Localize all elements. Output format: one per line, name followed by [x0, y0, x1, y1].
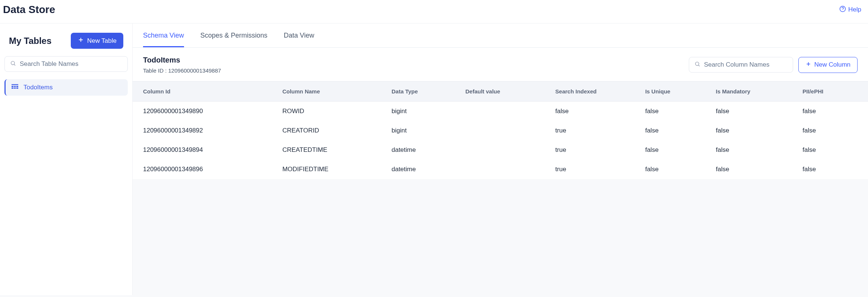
cell-column-name: CREATORID [277, 121, 386, 140]
cell-is-unique: false [640, 102, 711, 121]
column-search-box[interactable] [689, 57, 793, 73]
cell-pii: false [797, 160, 868, 179]
cell-is-mandatory: false [711, 102, 798, 121]
cell-column-id: 12096000001349890 [133, 102, 277, 121]
table-row[interactable]: 12096000001349894 CREATEDTIME datetime t… [133, 140, 868, 160]
th-pii-ephi: PII/ePHI [797, 82, 868, 102]
plus-icon [805, 61, 811, 69]
cell-is-unique: false [640, 160, 711, 179]
toolbar-right: New Column [689, 57, 858, 73]
new-table-label: New Table [87, 37, 117, 45]
cell-column-name: CREATEDTIME [277, 140, 386, 160]
cell-pii: false [797, 102, 868, 121]
table-row[interactable]: 12096000001349890 ROWID bigint false fal… [133, 102, 868, 121]
cell-pii: false [797, 121, 868, 140]
search-icon [10, 60, 16, 68]
table-body: 12096000001349890 ROWID bigint false fal… [133, 102, 868, 179]
help-label: Help [848, 6, 861, 13]
cell-data-type: datetime [386, 160, 460, 179]
tab-scopes-permissions[interactable]: Scopes & Permissions [200, 23, 267, 47]
svg-rect-7 [12, 86, 13, 87]
th-is-mandatory: Is Mandatory [711, 82, 798, 102]
cell-column-name: MODIFIEDTIME [277, 160, 386, 179]
table-id-value: 12096000001349887 [168, 67, 221, 74]
cell-search-indexed: true [550, 160, 640, 179]
cell-pii: false [797, 140, 868, 160]
th-search-indexed: Search Indexed [550, 82, 640, 102]
th-data-type: Data Type [386, 82, 460, 102]
table-header-row: Column Id Column Name Data Type Default … [133, 82, 868, 102]
svg-line-14 [698, 65, 699, 66]
tabs: Schema View Scopes & Permissions Data Vi… [133, 23, 868, 48]
new-column-button[interactable]: New Column [798, 57, 858, 73]
cell-column-id: 12096000001349896 [133, 160, 277, 179]
toolbar: TodoItems Table ID : 12096000001349887 N [133, 48, 868, 82]
search-icon [694, 61, 700, 68]
page-header: Data Store Help [0, 0, 868, 23]
svg-rect-12 [16, 87, 18, 89]
svg-point-13 [695, 62, 698, 66]
cell-default-value [460, 140, 550, 160]
cell-default-value [460, 160, 550, 179]
cell-default-value [460, 102, 550, 121]
th-default-value: Default value [460, 82, 550, 102]
sidebar-item-label: TodoItems [23, 84, 53, 91]
svg-rect-11 [14, 87, 16, 89]
page-title: Data Store [3, 4, 55, 16]
table-search-input[interactable] [20, 60, 122, 68]
table-id-prefix: Table ID : [143, 67, 168, 74]
cell-search-indexed: false [550, 102, 640, 121]
cell-column-name: ROWID [277, 102, 386, 121]
th-column-name: Column Name [277, 82, 386, 102]
svg-rect-10 [12, 87, 13, 89]
table-search-box[interactable] [4, 56, 128, 72]
cell-search-indexed: true [550, 121, 640, 140]
svg-point-4 [11, 61, 15, 65]
layout: My Tables New Table TodoItems Schema Vie… [0, 23, 868, 295]
table-id: Table ID : 12096000001349887 [143, 67, 221, 74]
cell-column-id: 12096000001349892 [133, 121, 277, 140]
column-search-input[interactable] [704, 61, 788, 68]
new-column-label: New Column [814, 61, 850, 68]
cell-data-type: datetime [386, 140, 460, 160]
cell-is-mandatory: false [711, 160, 798, 179]
help-icon [839, 6, 846, 14]
columns-table: Column Id Column Name Data Type Default … [133, 82, 868, 179]
svg-rect-6 [12, 84, 18, 85]
cell-column-id: 12096000001349894 [133, 140, 277, 160]
plus-icon [77, 36, 84, 45]
svg-line-5 [14, 64, 15, 66]
table-name: TodoItems [143, 56, 221, 64]
toolbar-left: TodoItems Table ID : 12096000001349887 [143, 56, 221, 74]
cell-is-unique: false [640, 140, 711, 160]
help-link[interactable]: Help [839, 6, 861, 14]
table-icon [12, 84, 18, 91]
th-is-unique: Is Unique [640, 82, 711, 102]
th-column-id: Column Id [133, 82, 277, 102]
cell-search-indexed: true [550, 140, 640, 160]
sidebar: My Tables New Table TodoItems [0, 23, 133, 295]
main-panel: Schema View Scopes & Permissions Data Vi… [133, 23, 868, 295]
cell-data-type: bigint [386, 102, 460, 121]
svg-rect-9 [16, 86, 18, 87]
sidebar-header: My Tables New Table [4, 33, 128, 56]
cell-is-mandatory: false [711, 140, 798, 160]
cell-is-unique: false [640, 121, 711, 140]
svg-rect-8 [14, 86, 16, 87]
sidebar-item-todoitems[interactable]: TodoItems [4, 79, 128, 96]
table-row[interactable]: 12096000001349892 CREATORID bigint true … [133, 121, 868, 140]
cell-default-value [460, 121, 550, 140]
sidebar-title: My Tables [9, 36, 51, 46]
tab-schema-view[interactable]: Schema View [143, 23, 184, 47]
new-table-button[interactable]: New Table [71, 33, 123, 49]
tab-data-view[interactable]: Data View [284, 23, 314, 47]
cell-is-mandatory: false [711, 121, 798, 140]
cell-data-type: bigint [386, 121, 460, 140]
table-row[interactable]: 12096000001349896 MODIFIEDTIME datetime … [133, 160, 868, 179]
